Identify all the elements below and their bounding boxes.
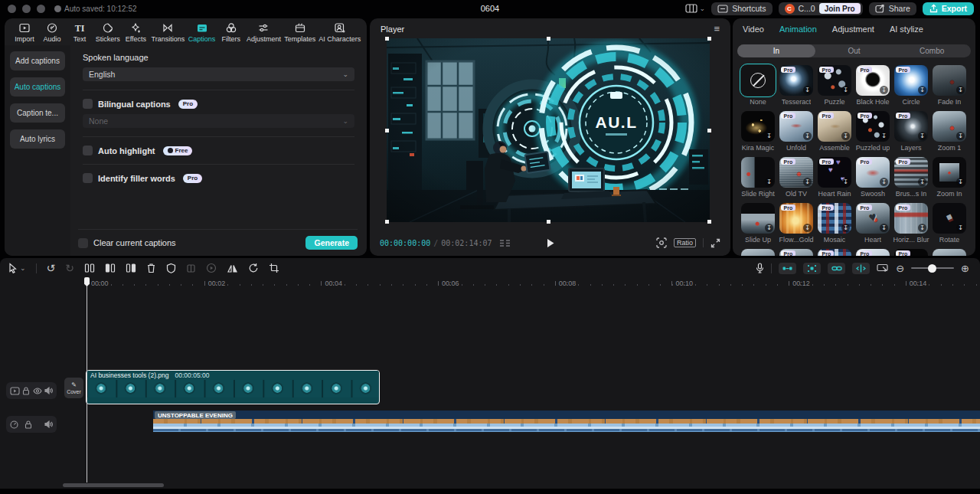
animation-preset[interactable]: Pro ↧ Puzzled up bbox=[854, 108, 892, 152]
animation-preset[interactable]: Pro ↧ bbox=[777, 246, 815, 256]
zoom-slider-knob[interactable] bbox=[928, 264, 936, 273]
animation-preset[interactable]: Pro ↧ Puzzle bbox=[815, 62, 854, 106]
segment-combo[interactable]: Combo bbox=[893, 44, 971, 57]
clear-captions-checkbox[interactable] bbox=[78, 238, 88, 248]
animation-preset[interactable]: Pro ↧ bbox=[739, 246, 777, 256]
resize-handle[interactable] bbox=[707, 129, 711, 132]
sidebar-item-caption-templates[interactable]: Caption te... bbox=[10, 103, 65, 123]
toolbar-item-transitions[interactable]: Transitions bbox=[149, 22, 186, 43]
animation-preset[interactable]: Pro ↧ Swoosh bbox=[854, 154, 892, 198]
rotate-button[interactable] bbox=[248, 263, 259, 273]
animation-preset[interactable]: Pro ↧ Heart Rain bbox=[815, 154, 854, 198]
delete-button[interactable] bbox=[146, 263, 156, 273]
preview-axis-button[interactable] bbox=[877, 263, 889, 273]
animation-preset[interactable]: Pro ↧ Unfold bbox=[777, 108, 815, 152]
caption-list-icon[interactable] bbox=[499, 239, 511, 247]
toolbar-item-effects[interactable]: Effects bbox=[122, 22, 149, 43]
resize-handle[interactable] bbox=[707, 37, 711, 41]
tab-animation[interactable]: Animation bbox=[779, 25, 817, 34]
video-preview[interactable]: AU.L bbox=[387, 38, 710, 222]
join-pro-button[interactable]: Join Pro bbox=[819, 3, 861, 14]
toggle-auto-snap[interactable] bbox=[803, 263, 821, 274]
sidebar-item-auto-captions[interactable]: Auto captions bbox=[10, 77, 65, 97]
shortcuts-button[interactable]: Shortcuts bbox=[711, 2, 772, 15]
hide-track-icon[interactable] bbox=[33, 388, 42, 394]
ratio-button[interactable]: Ratio bbox=[674, 238, 696, 247]
auto-highlight-checkbox[interactable] bbox=[83, 146, 93, 155]
animation-preset[interactable]: Pro ↧ Black Hole bbox=[854, 62, 892, 106]
segment-out[interactable]: Out bbox=[815, 44, 893, 57]
crop-button[interactable] bbox=[269, 263, 279, 273]
animation-preset[interactable]: Pro ↧ Fade In bbox=[930, 62, 969, 106]
speed-button[interactable] bbox=[206, 263, 217, 273]
resize-handle[interactable] bbox=[385, 129, 389, 132]
focus-icon[interactable] bbox=[656, 237, 667, 248]
tab-adjustment[interactable]: Adjustment bbox=[832, 25, 874, 34]
zoom-out-button[interactable]: ⊖ bbox=[896, 263, 904, 273]
animation-preset[interactable]: Pro ↧ Zoom 1 bbox=[930, 108, 969, 152]
zoom-slider[interactable] bbox=[911, 267, 954, 269]
toolbar-item-ai-characters[interactable]: AI Characters bbox=[318, 22, 362, 43]
toggle-link-preview[interactable] bbox=[779, 263, 796, 274]
toolbar-item-import[interactable]: Import bbox=[11, 22, 38, 43]
resize-handle[interactable] bbox=[385, 220, 389, 224]
export-button[interactable]: Export bbox=[923, 2, 974, 15]
animation-preset[interactable]: Pro ↧ Flow...Gold bbox=[777, 200, 815, 244]
language-select[interactable]: English ⌄ bbox=[83, 67, 354, 81]
animation-preset[interactable]: Pro ↧ Assemble bbox=[815, 108, 854, 152]
toolbar-item-stickers[interactable]: Stickers bbox=[93, 22, 122, 43]
animation-preset[interactable]: Pro ↧ Layers bbox=[892, 108, 930, 152]
animation-preset[interactable]: Pro ↧ Horiz... Blur bbox=[892, 200, 930, 244]
animation-preset[interactable]: Pro ↧ bbox=[930, 246, 969, 256]
cover-button[interactable]: ✎ Cover bbox=[64, 378, 83, 398]
tab-video[interactable]: Video bbox=[743, 25, 764, 34]
mute-track-icon[interactable] bbox=[44, 420, 53, 428]
play-button[interactable] bbox=[546, 238, 554, 248]
animation-preset[interactable]: Pro ↧ Zoom In bbox=[930, 154, 969, 198]
timeline-ruler[interactable]: 00:0000:0200:0400:0600:0800:1000:1200:14 bbox=[87, 278, 980, 288]
segment-in[interactable]: In bbox=[737, 44, 815, 57]
animation-preset[interactable]: Pro ↧ Kira Magic bbox=[739, 108, 777, 152]
split-keep-right-button[interactable] bbox=[126, 263, 136, 273]
toggle-snap-playhead[interactable] bbox=[852, 263, 870, 274]
animation-preset[interactable]: Pro ↧ Old TV bbox=[777, 154, 815, 198]
animation-preset[interactable]: Pro ↧ None bbox=[739, 62, 777, 106]
resize-handle[interactable] bbox=[707, 220, 711, 224]
toolbar-item-adjustment[interactable]: Adjustment bbox=[245, 22, 283, 43]
animation-preset[interactable]: Pro ↧ Brus...s In bbox=[892, 154, 930, 198]
resize-handle[interactable] bbox=[547, 220, 550, 224]
split-keep-left-button[interactable] bbox=[105, 263, 116, 273]
split-button[interactable] bbox=[84, 263, 95, 273]
sidebar-item-auto-lyrics[interactable]: Auto lyrics bbox=[10, 129, 65, 149]
animation-preset[interactable]: Pro ↧ bbox=[815, 246, 854, 256]
generate-button[interactable]: Generate bbox=[305, 236, 358, 250]
record-voiceover-button[interactable] bbox=[756, 263, 764, 273]
redo-button[interactable]: ↻ bbox=[65, 263, 74, 273]
filler-words-checkbox[interactable] bbox=[83, 173, 93, 183]
animation-preset[interactable]: Pro ↧ Mosaic bbox=[815, 200, 854, 244]
cursor-tool-button[interactable]: ⌄ bbox=[8, 263, 26, 273]
toolbar-item-templates[interactable]: Templates bbox=[283, 22, 318, 43]
layout-switch-button[interactable]: ⌄ bbox=[685, 4, 706, 13]
account-chip[interactable]: C C...0 Join Pro bbox=[779, 2, 863, 15]
toolbar-item-filters[interactable]: Filters bbox=[217, 22, 245, 43]
bilingual-captions-checkbox[interactable] bbox=[83, 99, 93, 109]
freeze-button[interactable] bbox=[186, 263, 196, 273]
mirror-button[interactable] bbox=[227, 263, 238, 273]
bilingual-language-select[interactable]: None ⌄ bbox=[83, 114, 354, 128]
animation-preset[interactable]: Pro ↧ Circle bbox=[892, 62, 930, 106]
zoom-in-button[interactable]: ⊕ bbox=[961, 263, 969, 273]
sidebar-item-add-captions[interactable]: Add captions bbox=[10, 51, 65, 70]
animation-preset[interactable]: Pro ↧ Rotate bbox=[930, 200, 969, 244]
toolbar-item-audio[interactable]: Audio bbox=[38, 22, 66, 43]
lock-icon[interactable] bbox=[22, 387, 30, 395]
animation-preset[interactable]: Pro ↧ Heart bbox=[854, 200, 892, 244]
fullscreen-icon[interactable] bbox=[710, 238, 720, 248]
animation-preset[interactable]: Pro ↧ bbox=[892, 246, 930, 256]
toolbar-item-captions[interactable]: Captions bbox=[186, 22, 217, 43]
animation-preset[interactable]: Pro ↧ bbox=[854, 246, 892, 256]
resize-handle[interactable] bbox=[385, 37, 389, 41]
animation-preset[interactable]: Pro ↧ Slide Right bbox=[739, 154, 777, 198]
lock-icon[interactable] bbox=[24, 420, 32, 429]
share-button[interactable]: Share bbox=[869, 2, 916, 15]
